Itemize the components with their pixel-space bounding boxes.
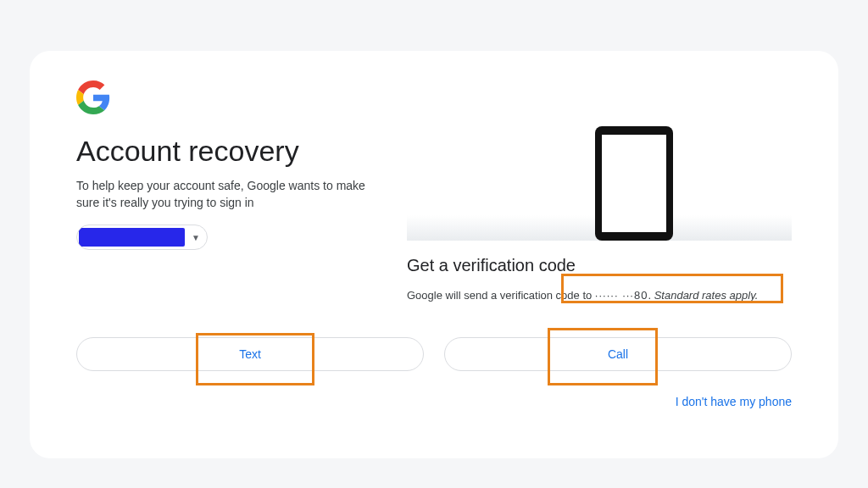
account-email-redacted [79,228,185,247]
verification-text-prefix: Google will send a verification code to [407,289,595,302]
verification-description: Google will send a verification code to … [407,289,792,302]
verification-heading: Get a verification code [407,256,792,275]
masked-phone-number: ······ ···80 [595,289,648,302]
page-subtitle: To help keep your account safe, Google w… [76,178,381,211]
google-logo [76,80,110,118]
standard-rates-note: Standard rates apply. [654,289,759,302]
no-phone-link[interactable]: I don't have my phone [76,395,792,408]
phone-illustration [407,118,792,249]
text-button[interactable]: Text [76,337,424,371]
account-selector[interactable]: ▼ [76,225,208,250]
chevron-down-icon: ▼ [192,233,200,242]
page-title: Account recovery [76,135,381,168]
call-button[interactable]: Call [444,337,792,371]
verification-text-suffix: . [648,289,654,302]
